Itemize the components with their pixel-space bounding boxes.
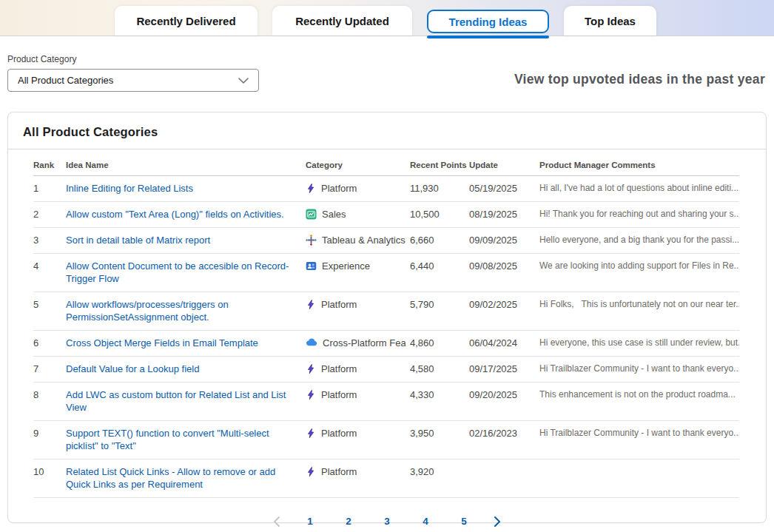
page-number: 5: [461, 516, 467, 527]
page-button-2[interactable]: 2: [342, 516, 355, 527]
idea-link[interactable]: Add LWC as custom button for Related Lis…: [66, 388, 306, 414]
category-cell: Tableau & Analytics: [306, 234, 410, 246]
category-cell: Platform: [306, 388, 410, 401]
idea-link[interactable]: Related List Quick Links - Allow to remo…: [66, 465, 306, 491]
lightning-bolt-icon: [306, 428, 316, 439]
recent-points-cell: 5,790: [410, 298, 469, 311]
update-date-cell: 09/20/2025: [469, 388, 539, 401]
idea-name-cell: Cross Object Merge Fields in Email Templ…: [66, 337, 306, 349]
recent-points-cell: 3,920: [410, 465, 469, 478]
recent-points-cell: 6,440: [410, 260, 469, 272]
page-button-5[interactable]: 5: [457, 516, 471, 527]
rank-cell: 1: [33, 182, 66, 195]
pm-comment-cell: Hi Folks, This is unfortunately not on o…: [539, 298, 739, 311]
chevron-down-icon: [238, 75, 249, 86]
chevron-left-icon[interactable]: [273, 516, 280, 527]
tab-label: Top Ideas: [585, 15, 636, 27]
category-cell: Platform: [306, 298, 410, 311]
tab-top-ideas[interactable]: Top Ideas: [564, 6, 656, 36]
table-row: 7Default Value for a Lookup fieldPlatfor…: [33, 357, 739, 383]
idea-name-cell: Allow Content Document to be accesible o…: [66, 260, 306, 285]
category-label: Platform: [321, 388, 357, 401]
idea-name-cell: Related List Quick Links - Allow to remo…: [66, 465, 306, 491]
product-category-value: All Product Categories: [18, 75, 113, 86]
idea-link[interactable]: Sort in detail table of Matrix report: [66, 234, 306, 246]
update-date-cell: 09/08/2025: [469, 260, 539, 272]
recent-points-cell: 4,330: [410, 388, 469, 401]
idea-link[interactable]: Allow custom "Text Area (Long)" fields o…: [66, 208, 306, 220]
column-header-update: Update: [469, 161, 539, 169]
pm-comment-cell: Hi all, I've had a lot of questions abou…: [539, 182, 739, 195]
lightning-bolt-icon: [306, 466, 316, 477]
tab-label: Trending Ideas: [449, 16, 528, 28]
update-date-cell: 09/02/2025: [469, 298, 539, 311]
tab-label: Recently Updated: [295, 15, 389, 27]
idea-link[interactable]: Inline Editing for Related Lists: [66, 182, 306, 195]
update-date-cell: 08/19/2025: [469, 208, 539, 220]
rank-cell: 6: [33, 337, 66, 349]
tableau-logo-icon: [306, 235, 317, 246]
lightning-bolt-icon: [306, 363, 316, 374]
chevron-right-icon[interactable]: [494, 516, 501, 527]
tab-trending-ideas[interactable]: Trending Ideas: [427, 10, 549, 38]
table-row: 8Add LWC as custom button for Related Li…: [33, 383, 739, 421]
table-row: 4Allow Content Document to be accesible …: [33, 254, 739, 292]
category-cell: Sales: [306, 208, 410, 220]
category-cell: Cross-Platform Feat...: [306, 337, 410, 349]
page-button-4[interactable]: 4: [419, 516, 432, 527]
table-row: 9Support TEXT() function to convert "Mul…: [33, 421, 739, 459]
category-label: Experience: [322, 260, 370, 272]
idea-link[interactable]: Allow workflows/processes/triggers on Pe…: [66, 298, 306, 323]
table-row: 6Cross Object Merge Fields in Email Temp…: [33, 331, 739, 357]
tab-recently-updated[interactable]: Recently Updated: [272, 6, 412, 36]
column-header-idea-name: Idea Name: [66, 161, 306, 169]
column-header-rank: Rank: [33, 161, 66, 169]
page-button-3[interactable]: 3: [380, 516, 394, 527]
table-row: 1Inline Editing for Related ListsPlatfor…: [33, 176, 739, 202]
idea-link[interactable]: Default Value for a Lookup field: [66, 363, 306, 375]
pm-comment-cell: Hi everyone, this use case is still unde…: [539, 337, 739, 349]
category-cell: Platform: [306, 363, 410, 375]
idea-name-cell: Inline Editing for Related Lists: [66, 182, 306, 195]
category-label: Platform: [321, 298, 357, 311]
lightning-bolt-icon: [306, 299, 316, 310]
product-category-label: Product Category: [7, 54, 765, 64]
idea-link[interactable]: Support TEXT() function to convert "Mult…: [66, 427, 306, 452]
idea-link[interactable]: Cross Object Merge Fields in Email Templ…: [66, 337, 306, 349]
page-button-1[interactable]: 1: [303, 516, 317, 527]
active-tab-box[interactable]: Trending Ideas: [427, 10, 549, 33]
category-label: Platform: [321, 182, 357, 195]
page-number: 4: [423, 516, 428, 527]
category-label: Platform: [321, 465, 357, 478]
card-title: All Product Categories: [8, 112, 766, 149]
idea-name-cell: Default Value for a Lookup field: [66, 363, 306, 375]
tab-recently-delivered[interactable]: Recently Delivered: [115, 6, 258, 36]
product-category-select[interactable]: All Product Categories: [7, 69, 259, 92]
pm-comment-cell: Hi Trailblazer Community - I want to tha…: [539, 363, 739, 375]
view-top-upvoted-note: View top upvoted ideas in the past year: [514, 72, 765, 87]
column-header-category: Category: [306, 161, 410, 169]
recent-points-cell: 3,950: [410, 427, 469, 440]
category-label: Platform: [321, 427, 357, 440]
idea-name-cell: Support TEXT() function to convert "Mult…: [66, 427, 306, 452]
update-date-cell: 09/09/2025: [469, 234, 539, 246]
pm-comment-cell: Hi Trailblazer Community - I want to tha…: [539, 427, 739, 440]
category-cell: Platform: [306, 182, 410, 195]
rank-cell: 5: [33, 298, 66, 311]
table-row: 5Allow workflows/processes/triggers on P…: [33, 292, 739, 331]
ideas-card: All Product Categories RankIdea NameCate…: [7, 112, 767, 523]
lightning-bolt-icon: [306, 183, 316, 194]
update-date-cell: 06/04/2024: [469, 337, 539, 349]
rank-cell: 7: [33, 363, 66, 375]
table-body: 1Inline Editing for Related ListsPlatfor…: [33, 176, 739, 498]
recent-points-cell: 4,580: [410, 363, 469, 375]
idea-link[interactable]: Allow Content Document to be accesible o…: [66, 260, 306, 285]
idea-name-cell: Sort in detail table of Matrix report: [66, 234, 306, 246]
page-number: 1: [307, 516, 313, 527]
category-label: Cross-Platform Feat...: [323, 337, 405, 349]
table-row: 10Related List Quick Links - Allow to re…: [33, 459, 739, 498]
table-header-row: RankIdea NameCategoryRecent PointsUpdate…: [33, 149, 739, 176]
page-number: 3: [384, 516, 390, 527]
update-date-cell: 09/17/2025: [469, 363, 539, 375]
pm-comment-cell: This enhancement is not on the product r…: [539, 388, 739, 401]
